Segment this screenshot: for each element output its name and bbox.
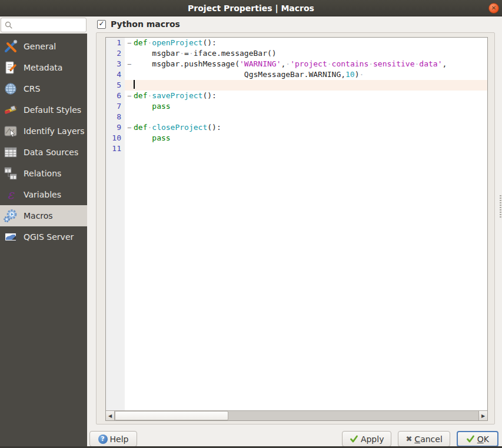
svg-text:ε: ε xyxy=(8,188,15,202)
code-text xyxy=(134,80,487,91)
python-macros-label: Python macros xyxy=(111,19,180,29)
cross-icon: ✖ xyxy=(405,435,412,443)
sidebar-item-metadata[interactable]: Metadata xyxy=(0,57,87,78)
editor-line[interactable]: 1−def·openProject(): xyxy=(106,38,487,48)
metadata-icon xyxy=(3,60,18,75)
dialog-buttons: Apply ✖ Cancel OK xyxy=(342,431,498,447)
editor-line[interactable]: 6−def·saveProject(): xyxy=(106,91,487,101)
sidebar-item-label: Data Sources xyxy=(24,148,78,157)
sidebar: GeneralMetadataCRSDefault StylesIdentify… xyxy=(0,34,87,446)
fold-margin xyxy=(125,143,134,154)
apply-button[interactable]: Apply xyxy=(342,431,392,447)
editor-line[interactable]: 11 xyxy=(106,143,487,154)
code-text: def·closeProject(): xyxy=(134,122,487,133)
ok-button[interactable]: OK xyxy=(457,431,498,447)
fold-margin xyxy=(125,48,134,59)
code-text: def·saveProject(): xyxy=(134,91,487,101)
sidebar-item-label: QGIS Server xyxy=(24,232,74,242)
editor-line[interactable]: 8 xyxy=(106,112,487,122)
editor-line[interactable]: 2 msgbar·=·iface.messageBar() xyxy=(106,48,487,59)
server-map-icon xyxy=(3,229,18,245)
checkmark-icon: ✓ xyxy=(98,20,104,27)
sidebar-item-default-styles[interactable]: Default Styles xyxy=(0,99,87,121)
editor-line[interactable]: 3− msgbar.pushMessage('WARNING',·'projec… xyxy=(106,59,487,69)
line-number: 11 xyxy=(106,143,125,154)
fold-margin xyxy=(125,112,134,122)
fold-marker-icon[interactable]: − xyxy=(125,122,134,133)
scroll-right-arrow-icon[interactable]: ▶ xyxy=(478,411,487,420)
globe-icon xyxy=(3,81,18,96)
code-text: QgsMessageBar.WARNING,10)· xyxy=(134,69,487,80)
fold-marker-icon[interactable]: − xyxy=(125,59,134,69)
help-button[interactable]: ? Help xyxy=(89,431,137,447)
project-properties-dialog: Project Properties | Macros ✕ GeneralMet… xyxy=(0,0,502,448)
close-button[interactable]: ✕ xyxy=(488,3,499,14)
sidebar-item-label: Metadata xyxy=(24,63,62,72)
cancel-button[interactable]: ✖ Cancel xyxy=(398,431,450,447)
line-number: 8 xyxy=(106,112,125,122)
sidebar-item-label: Default Styles xyxy=(24,105,81,115)
line-number: 4 xyxy=(106,69,125,80)
sidebar-item-label: Relations xyxy=(24,169,61,178)
fold-marker-icon[interactable]: − xyxy=(125,91,134,101)
sidebar-item-qgis-server[interactable]: QGIS Server xyxy=(0,226,87,248)
line-number: 10 xyxy=(106,133,125,143)
fold-marker-icon[interactable]: − xyxy=(125,38,134,48)
macros-groupbox: 1−def·openProject():2 msgbar·=·iface.mes… xyxy=(96,32,495,424)
line-number: 3 xyxy=(106,59,125,69)
help-icon: ? xyxy=(98,434,108,444)
fold-margin xyxy=(125,69,134,80)
sidebar-item-crs[interactable]: CRS xyxy=(0,78,87,99)
code-text: pass xyxy=(134,133,487,143)
data-table-icon xyxy=(3,145,18,160)
cancel-button-label: Cancel xyxy=(414,434,442,444)
scrollbar-thumb[interactable] xyxy=(115,411,228,420)
sidebar-item-label: CRS xyxy=(24,84,40,93)
fold-margin xyxy=(125,133,134,143)
titlebar[interactable]: Project Properties | Macros ✕ xyxy=(0,0,502,16)
code-editor[interactable]: 1−def·openProject():2 msgbar·=·iface.mes… xyxy=(105,37,488,421)
sidebar-item-data-sources[interactable]: Data Sources xyxy=(0,142,87,163)
search-input[interactable] xyxy=(15,21,84,30)
sidebar-item-relations[interactable]: Relations xyxy=(0,163,87,184)
check-icon xyxy=(466,434,475,443)
sidebar-item-variables[interactable]: εVariables xyxy=(0,184,87,205)
search-icon xyxy=(5,21,13,29)
code-text: pass xyxy=(134,101,487,112)
help-button-label: Help xyxy=(110,434,129,444)
tools-icon xyxy=(3,39,18,54)
editor-line[interactable]: 4 QgsMessageBar.WARNING,10)· xyxy=(106,69,487,80)
scroll-left-arrow-icon[interactable]: ◀ xyxy=(106,411,115,420)
sidebar-search[interactable] xyxy=(1,18,87,32)
sidebar-item-label: Identify Layers xyxy=(24,126,85,136)
editor-line[interactable]: 10 pass xyxy=(106,133,487,143)
editor-line[interactable]: 7 pass xyxy=(106,101,487,112)
line-number: 7 xyxy=(106,101,125,112)
sidebar-item-macros[interactable]: Macros xyxy=(0,205,87,226)
close-icon: ✕ xyxy=(491,5,496,11)
editor-horizontal-scrollbar[interactable]: ◀ ▶ xyxy=(106,410,487,420)
python-macros-row: ✓ Python macros xyxy=(97,19,180,29)
fold-margin xyxy=(125,101,134,112)
line-number: 6 xyxy=(106,91,125,101)
line-number: 5 xyxy=(106,80,125,91)
sidebar-item-identify-layers[interactable]: Identify Layers xyxy=(0,121,87,142)
editor-line[interactable]: 5 xyxy=(106,80,487,91)
window-title: Project Properties | Macros xyxy=(188,4,314,13)
code-editor-text-area[interactable]: 1−def·openProject():2 msgbar·=·iface.mes… xyxy=(106,38,487,410)
sidebar-item-general[interactable]: General xyxy=(0,36,87,57)
line-number: 2 xyxy=(106,48,125,59)
sidebar-item-label: Variables xyxy=(24,190,61,199)
check-icon xyxy=(350,434,358,443)
relations-icon xyxy=(3,166,18,181)
paintbrush-icon xyxy=(3,102,18,118)
editor-line[interactable]: 9−def·closeProject(): xyxy=(106,122,487,133)
sidebar-item-label: General xyxy=(24,42,56,51)
code-text: msgbar.pushMessage('WARNING',·'project·c… xyxy=(134,59,487,69)
line-number: 9 xyxy=(106,122,125,133)
text-caret xyxy=(134,80,135,89)
sidebar-scrollbar[interactable] xyxy=(500,195,501,218)
python-macros-checkbox[interactable]: ✓ xyxy=(97,20,106,29)
code-text xyxy=(134,112,487,122)
sidebar-item-label: Macros xyxy=(24,211,53,220)
